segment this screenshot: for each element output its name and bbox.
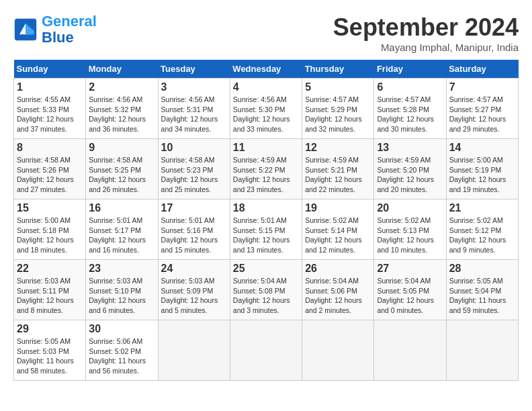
table-row: 22Sunrise: 5:03 AMSunset: 5:11 PMDayligh… bbox=[14, 260, 86, 320]
table-row: 10Sunrise: 4:58 AMSunset: 5:23 PMDayligh… bbox=[158, 139, 230, 199]
table-row: 19Sunrise: 5:02 AMSunset: 5:14 PMDayligh… bbox=[302, 199, 374, 260]
table-row: 5Sunrise: 4:57 AMSunset: 5:29 PMDaylight… bbox=[302, 79, 374, 139]
logo-text: GeneralBlue bbox=[42, 13, 97, 46]
table-row: 11Sunrise: 4:59 AMSunset: 5:22 PMDayligh… bbox=[230, 139, 302, 199]
calendar-week-4: 22Sunrise: 5:03 AMSunset: 5:11 PMDayligh… bbox=[14, 260, 519, 320]
table-row: 9Sunrise: 4:58 AMSunset: 5:25 PMDaylight… bbox=[86, 139, 158, 199]
table-row: 4Sunrise: 4:56 AMSunset: 5:30 PMDaylight… bbox=[230, 79, 302, 139]
table-row: 16Sunrise: 5:01 AMSunset: 5:17 PMDayligh… bbox=[86, 199, 158, 260]
table-row: 17Sunrise: 5:01 AMSunset: 5:16 PMDayligh… bbox=[158, 199, 230, 260]
col-monday: Monday bbox=[86, 60, 158, 79]
col-thursday: Thursday bbox=[302, 60, 374, 79]
month-title: September 2024 bbox=[333, 13, 519, 42]
table-row bbox=[230, 320, 302, 381]
col-friday: Friday bbox=[374, 60, 446, 79]
table-row: 27Sunrise: 5:04 AMSunset: 5:05 PMDayligh… bbox=[374, 260, 446, 320]
table-row: 1Sunrise: 4:55 AMSunset: 5:33 PMDaylight… bbox=[14, 79, 86, 139]
table-row: 3Sunrise: 4:56 AMSunset: 5:31 PMDaylight… bbox=[158, 79, 230, 139]
table-row: 24Sunrise: 5:03 AMSunset: 5:09 PMDayligh… bbox=[158, 260, 230, 320]
table-row: 14Sunrise: 5:00 AMSunset: 5:19 PMDayligh… bbox=[446, 139, 518, 199]
col-sunday: Sunday bbox=[14, 60, 86, 79]
table-row: 25Sunrise: 5:04 AMSunset: 5:08 PMDayligh… bbox=[230, 260, 302, 320]
logo-icon bbox=[13, 17, 38, 42]
table-row: 30Sunrise: 5:06 AMSunset: 5:02 PMDayligh… bbox=[86, 320, 158, 381]
table-row bbox=[446, 320, 518, 381]
calendar-week-2: 8Sunrise: 4:58 AMSunset: 5:26 PMDaylight… bbox=[14, 139, 519, 199]
calendar-week-5: 29Sunrise: 5:05 AMSunset: 5:03 PMDayligh… bbox=[14, 320, 519, 381]
table-row: 20Sunrise: 5:02 AMSunset: 5:13 PMDayligh… bbox=[374, 199, 446, 260]
calendar-week-3: 15Sunrise: 5:00 AMSunset: 5:18 PMDayligh… bbox=[14, 199, 519, 260]
location: Mayang Imphal, Manipur, India bbox=[333, 42, 519, 53]
table-row: 8Sunrise: 4:58 AMSunset: 5:26 PMDaylight… bbox=[14, 139, 86, 199]
col-saturday: Saturday bbox=[446, 60, 518, 79]
col-wednesday: Wednesday bbox=[230, 60, 302, 79]
table-row: 2Sunrise: 4:56 AMSunset: 5:32 PMDaylight… bbox=[86, 79, 158, 139]
table-row: 23Sunrise: 5:03 AMSunset: 5:10 PMDayligh… bbox=[86, 260, 158, 320]
table-row: 28Sunrise: 5:05 AMSunset: 5:04 PMDayligh… bbox=[446, 260, 518, 320]
table-row: 18Sunrise: 5:01 AMSunset: 5:15 PMDayligh… bbox=[230, 199, 302, 260]
table-row: 13Sunrise: 4:59 AMSunset: 5:20 PMDayligh… bbox=[374, 139, 446, 199]
calendar-header-row: Sunday Monday Tuesday Wednesday Thursday… bbox=[14, 60, 519, 79]
table-row: 21Sunrise: 5:02 AMSunset: 5:12 PMDayligh… bbox=[446, 199, 518, 260]
col-tuesday: Tuesday bbox=[158, 60, 230, 79]
header: GeneralBlue September 2024 Mayang Imphal… bbox=[13, 13, 519, 53]
table-row: 7Sunrise: 4:57 AMSunset: 5:27 PMDaylight… bbox=[446, 79, 518, 139]
table-row: 12Sunrise: 4:59 AMSunset: 5:21 PMDayligh… bbox=[302, 139, 374, 199]
table-row bbox=[158, 320, 230, 381]
table-row bbox=[302, 320, 374, 381]
table-row: 6Sunrise: 4:57 AMSunset: 5:28 PMDaylight… bbox=[374, 79, 446, 139]
title-block: September 2024 Mayang Imphal, Manipur, I… bbox=[333, 13, 519, 53]
logo: GeneralBlue bbox=[13, 13, 97, 46]
table-row: 29Sunrise: 5:05 AMSunset: 5:03 PMDayligh… bbox=[14, 320, 86, 381]
table-row: 15Sunrise: 5:00 AMSunset: 5:18 PMDayligh… bbox=[14, 199, 86, 260]
table-row: 26Sunrise: 5:04 AMSunset: 5:06 PMDayligh… bbox=[302, 260, 374, 320]
table-row bbox=[374, 320, 446, 381]
calendar-week-1: 1Sunrise: 4:55 AMSunset: 5:33 PMDaylight… bbox=[14, 79, 519, 139]
calendar-table: Sunday Monday Tuesday Wednesday Thursday… bbox=[13, 60, 519, 381]
